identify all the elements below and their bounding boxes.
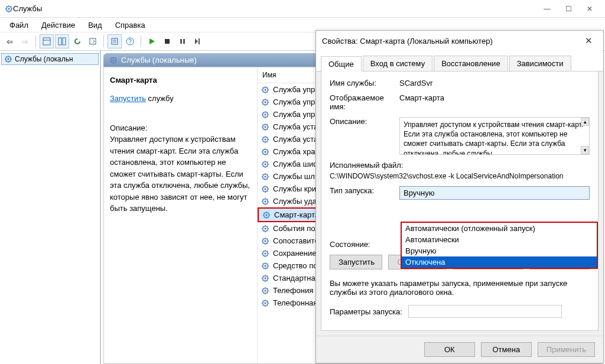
gear-icon [261, 287, 269, 295]
gear-icon [261, 262, 269, 270]
window-titlebar: Службы — ☐ ✕ [0, 0, 605, 18]
tab-recovery[interactable]: Восстановление [434, 56, 508, 71]
gear-icon [261, 185, 269, 193]
dialog-title: Свойства: Смарт-карта (Локальный компьют… [322, 37, 493, 46]
dd-manual[interactable]: Вручную [402, 245, 597, 256]
menu-file[interactable]: Файл [4, 20, 34, 31]
gear-icon [261, 148, 269, 156]
startup-select[interactable]: Вручную [399, 186, 590, 200]
ok-button[interactable]: ОК [424, 342, 475, 357]
tab-general[interactable]: Общие [321, 56, 362, 72]
params-hint: Вы можете указать параметры запуска, при… [330, 279, 590, 297]
menu-help[interactable]: Справка [109, 20, 151, 31]
window-title: Службы [13, 4, 42, 13]
scroll-down-icon[interactable]: ▾ [581, 146, 589, 154]
tb-stop[interactable] [160, 34, 174, 48]
label-params: Параметры запуска: [330, 307, 402, 316]
label-startup: Тип запуска: [330, 186, 395, 195]
svg-rect-5 [63, 38, 66, 45]
gear-icon [262, 211, 271, 219]
gear-icon [261, 249, 269, 258]
desc-header: Описание: [110, 122, 251, 134]
label-status: Состояние: [330, 240, 395, 249]
gear-icon [4, 55, 12, 63]
svg-rect-2 [43, 38, 50, 45]
dd-auto[interactable]: Автоматически [402, 234, 597, 245]
svg-rect-15 [199, 38, 200, 44]
value-dispname: Смарт-карта [399, 93, 590, 102]
start-button[interactable]: Запустить [330, 255, 382, 269]
menu-action[interactable]: Действие [35, 20, 81, 31]
value-svcname: SCardSvr [399, 79, 590, 87]
gear-icon [261, 237, 269, 245]
tb-restart[interactable] [191, 34, 205, 48]
gear-icon [261, 299, 269, 307]
dialog-close-button[interactable]: ✕ [580, 33, 597, 48]
tree-root[interactable]: Службы (локальн [1, 53, 99, 65]
app-icon [5, 5, 13, 13]
gear-icon [261, 197, 269, 206]
dd-disabled[interactable]: Отключена [402, 256, 597, 268]
properties-dialog: Свойства: Смарт-карта (Локальный компьют… [315, 30, 604, 363]
start-service-link[interactable]: Запустить [110, 94, 146, 103]
description-panel: Смарт-карта Запустить службу Описание: У… [104, 67, 258, 363]
svg-rect-14 [183, 39, 185, 44]
svg-rect-7 [112, 38, 118, 44]
gear-icon [261, 173, 269, 181]
apply-button[interactable]: Применить [538, 342, 595, 357]
desc-text: Управляет доступом к устройствам чтения … [110, 134, 251, 214]
scroll-up-icon[interactable]: ▴ [581, 118, 589, 126]
tb-play[interactable] [145, 34, 159, 48]
tb-props[interactable] [108, 34, 122, 48]
gear-icon [261, 86, 269, 94]
label-exe: Исполняемый файл: [330, 161, 403, 170]
gear-icon [261, 110, 269, 119]
tab-dependencies[interactable]: Зависимости [509, 56, 571, 71]
gear-icon [261, 274, 269, 282]
tb-help[interactable]: ? [123, 34, 137, 48]
label-svcname: Имя службы: [330, 79, 395, 87]
tb-view1[interactable] [40, 34, 54, 48]
value-desc: Управляет доступом к устройствам чтения … [399, 117, 590, 155]
tb-pause[interactable] [175, 34, 190, 48]
svg-rect-13 [180, 39, 182, 44]
minimize-button[interactable]: — [536, 1, 558, 17]
dd-auto-delayed[interactable]: Автоматически (отложенный запуск) [402, 223, 597, 234]
svg-text:?: ? [128, 38, 132, 45]
tab-logon[interactable]: Вход в систему [363, 56, 432, 71]
close-button[interactable]: ✕ [579, 1, 600, 17]
tb-export[interactable] [86, 34, 100, 48]
label-dispname: Отображаемое имя: [330, 93, 395, 111]
menu-view[interactable]: Вид [82, 20, 108, 31]
startup-dropdown: Автоматически (отложенный запуск) Автома… [401, 222, 598, 269]
cancel-button[interactable]: Отмена [481, 342, 532, 357]
maximize-button[interactable]: ☐ [558, 1, 579, 17]
value-exe: C:\WINDOWS\system32\svchost.exe -k Local… [330, 172, 563, 180]
tb-forward[interactable]: ⇨ [18, 34, 32, 48]
svg-rect-4 [58, 38, 61, 45]
svg-rect-12 [165, 39, 170, 44]
gear-icon [109, 56, 118, 64]
label-desc: Описание: [330, 117, 395, 126]
tb-refresh[interactable] [70, 34, 84, 48]
selected-service-name: Смарт-карта [110, 76, 251, 84]
gear-icon [261, 98, 269, 106]
tb-back[interactable]: ⇦ [2, 34, 17, 48]
tree-pane: Службы (локальн [0, 51, 100, 364]
gear-icon [261, 225, 269, 233]
tb-view2[interactable] [55, 34, 69, 48]
params-input[interactable] [408, 305, 562, 318]
gear-icon [261, 135, 269, 144]
gear-icon [261, 123, 269, 131]
gear-icon [261, 160, 269, 168]
